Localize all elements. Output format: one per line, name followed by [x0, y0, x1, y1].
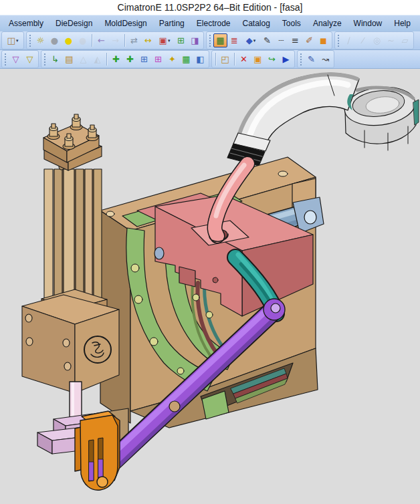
sketcher-icon: ✎ [308, 55, 315, 64]
toolbar-separator [215, 53, 216, 66]
paint-bucket-icon: ◆ [246, 36, 253, 45]
redo-view-button[interactable]: → [108, 33, 122, 47]
sketcher-button[interactable]: ✎ [304, 52, 318, 66]
delete-component-icon: ✕ [240, 55, 247, 64]
curves-icon: ↝ [322, 55, 329, 64]
simulate-button[interactable]: ▶ [279, 52, 293, 66]
new-part-icon: ✦ [169, 55, 176, 64]
measure-button[interactable]: ↔ [141, 33, 155, 47]
add-catalog-assembly-button[interactable]: ⊞ [151, 52, 165, 66]
light-on-icon: ● [65, 36, 72, 45]
shaded-cube-icon: ◼ [320, 36, 327, 45]
add-assembly-button[interactable]: ✚ [123, 52, 137, 66]
undo-view-icon: ← [98, 36, 105, 45]
toolbar-row-2: ▽▽↳▤△◭✚✚⊞⊞✦▦◧◰✕▣↪▶✎↝ [0, 50, 420, 69]
light-select-button[interactable]: ☼ [33, 33, 47, 47]
toolbar-group: ✎↝ [297, 50, 334, 68]
line-width-button[interactable]: ≡ [288, 33, 302, 47]
dropdown-arrow-icon[interactable]: ▾ [168, 38, 171, 43]
undo-view-button[interactable]: ← [94, 33, 108, 47]
menu-item-parting[interactable]: Parting [153, 17, 191, 30]
align-parts-button[interactable]: ◧ [193, 52, 207, 66]
open-component-button[interactable]: ◰ [218, 52, 232, 66]
menu-item-window[interactable]: Window [348, 17, 389, 30]
curves-button[interactable]: ↝ [318, 52, 332, 66]
reload-component-button[interactable]: ↪ [265, 52, 279, 66]
light-on-button[interactable]: ● [62, 33, 76, 47]
toolbar-separator [106, 53, 107, 66]
color-bands-icon: ≣ [231, 36, 238, 45]
entity-info-icon: ◨ [191, 36, 199, 45]
add-catalog-part-button[interactable]: ⊞ [137, 52, 151, 66]
toolbar-separator [92, 34, 92, 47]
light-pick-button[interactable]: ● [76, 33, 90, 47]
swap-entities-button[interactable]: ⇄ [127, 33, 141, 47]
pen-button[interactable]: ✎ [260, 33, 274, 47]
pick-table-button[interactable]: ▦ [213, 33, 227, 47]
new-catalog-button[interactable]: ▣▾ [155, 33, 174, 47]
dropdown-arrow-icon[interactable]: ▾ [16, 38, 19, 43]
toolbar-drag-handle[interactable] [337, 35, 340, 47]
point-tool-icon: ∕ [347, 36, 350, 45]
open-set-button[interactable]: ▤ [62, 52, 76, 66]
toolbar-drag-handle[interactable] [4, 53, 7, 66]
open-component-icon: ◰ [221, 55, 229, 64]
simulate-icon: ▶ [283, 55, 290, 64]
add-part-icon: ✚ [112, 55, 120, 64]
light-off-button[interactable]: ● [47, 33, 62, 47]
toolbar-drag-handle[interactable] [29, 35, 31, 47]
toolbar-group: ◰✕▣↪▶ [211, 50, 295, 68]
toolbar-separator [234, 53, 235, 66]
menu-item-electrode[interactable]: Electrode [191, 17, 237, 30]
filter-flow-icon: ▽ [13, 55, 19, 64]
paint-bucket-button[interactable]: ◆▾ [241, 33, 260, 47]
hide-ref-button[interactable]: △ [76, 52, 90, 66]
line-style-icon: ┄ [279, 36, 284, 45]
menu-item-diedesign[interactable]: DieDesign [49, 17, 98, 30]
menu-item-catalog[interactable]: Catalog [236, 17, 276, 30]
filter-add-button[interactable]: ▽ [23, 52, 37, 66]
swap-entities-icon: ⇄ [130, 36, 138, 45]
entity-info-button[interactable]: ◨ [188, 33, 202, 47]
activate-ucs-button[interactable]: ↳ [48, 52, 62, 66]
line-tool-button[interactable]: ⁄ [356, 33, 370, 47]
toolbar-drag-handle[interactable] [300, 53, 302, 66]
menu-bar: AssemblyDieDesignMoldDesignPartingElectr… [0, 15, 420, 31]
window-title: CimatronE 11.0SP2P2 64–Bit Edition - [fa… [118, 2, 303, 13]
circle-tool-icon: ◎ [373, 36, 381, 45]
light-pick-icon: ● [79, 36, 86, 45]
toolbar-group: ☼●●●←→⇄↔▣▾⊞◨ [26, 31, 204, 49]
menu-item-assembly[interactable]: Assembly [3, 17, 49, 30]
view-cube-button[interactable]: ◫▾ [3, 33, 22, 47]
add-tools-button[interactable]: ⊞ [174, 33, 188, 47]
toolbar-drag-handle[interactable] [209, 35, 211, 47]
redo-view-icon: → [112, 36, 119, 45]
spline-tool-icon: ~ [387, 36, 395, 45]
duplicate-parts-button[interactable]: ▦ [179, 52, 193, 66]
replace-component-button[interactable]: ▣ [251, 52, 265, 66]
plane-tool-button[interactable]: ▱ [398, 33, 412, 47]
dropdown-arrow-icon[interactable]: ▾ [253, 38, 256, 43]
line-style-button[interactable]: ┄ [274, 33, 288, 47]
circle-tool-button[interactable]: ◎ [370, 33, 384, 47]
pick-table-icon: ▦ [216, 36, 224, 45]
toolbar-drag-handle[interactable] [43, 53, 46, 66]
render-mode-button[interactable]: ✐ [302, 33, 316, 47]
shaded-cube-button[interactable]: ◼ [316, 33, 330, 47]
menu-item-molddesign[interactable]: MoldDesign [98, 17, 152, 30]
delete-component-button[interactable]: ✕ [237, 52, 251, 66]
menu-item-tools[interactable]: Tools [276, 17, 307, 30]
add-part-button[interactable]: ✚ [109, 52, 123, 66]
window-titlebar[interactable]: CimatronE 11.0SP2P2 64–Bit Edition - [fa… [0, 0, 420, 15]
spline-tool-button[interactable]: ~ [384, 33, 398, 47]
point-tool-button[interactable]: ∕ [342, 33, 356, 47]
menu-item-help[interactable]: Help [388, 17, 417, 30]
3d-viewport[interactable] [0, 69, 420, 504]
show-ref-button[interactable]: ◭ [90, 52, 104, 66]
pivot-bracket-part[interactable] [75, 411, 120, 490]
menu-item-analyze[interactable]: Analyze [307, 17, 348, 30]
filter-flow-button[interactable]: ▽ [9, 52, 23, 66]
color-bands-button[interactable]: ≣ [227, 33, 241, 47]
new-catalog-icon: ▣ [159, 36, 167, 45]
new-part-button[interactable]: ✦ [165, 52, 179, 66]
